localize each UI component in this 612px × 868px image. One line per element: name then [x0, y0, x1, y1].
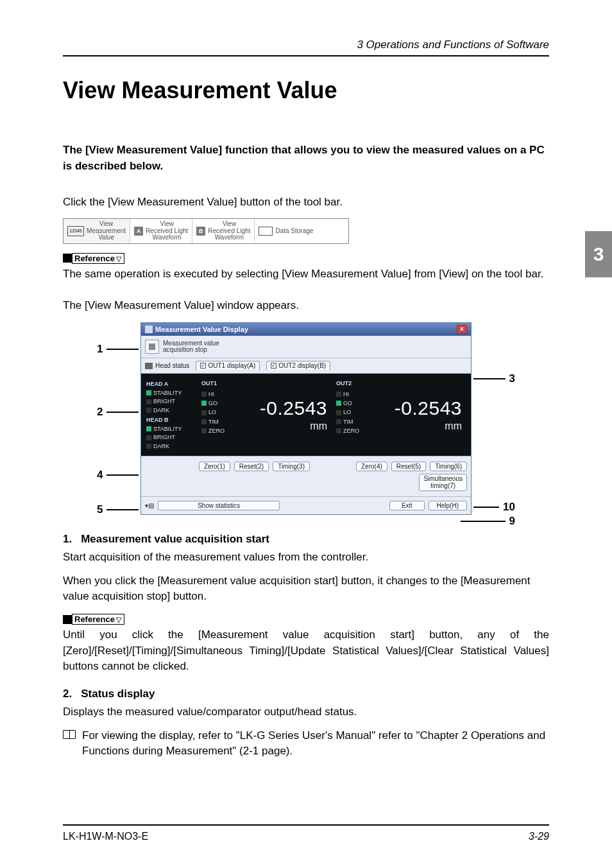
tabs-row: Head status ✓OUT1 display(A) ✓OUT2 displ…	[141, 358, 471, 374]
reference-2-paragraph: Until you click the [Measurement value a…	[63, 627, 549, 675]
out1-value: -0.2543 mm	[234, 379, 331, 451]
book-icon	[63, 730, 76, 739]
reference-tag: Reference▽	[63, 253, 549, 264]
head-status-column: HEAD A STABILITY BRIGHT DARK HEAD B STAB…	[146, 379, 196, 451]
window-icon	[145, 326, 153, 333]
checkbox-icon: ✓	[271, 363, 276, 369]
out1-tab[interactable]: ✓OUT1 display(A)	[196, 361, 260, 370]
toolbar-btn-waveform-a[interactable]: A View Received Light Waveform	[130, 219, 192, 243]
display-area: HEAD A STABILITY BRIGHT DARK HEAD B STAB…	[141, 374, 471, 456]
reference-paragraph: The same operation is executed by select…	[63, 266, 549, 282]
action-buttons-row: Zero(1) Reset(2) Timing(3) Zero(4) Reset…	[141, 456, 471, 497]
acquisition-toggle-button[interactable]	[145, 340, 159, 354]
callout-4: 4	[97, 469, 139, 482]
window-figure: 1 2 4 5 3 10 9 Measurement Value Display…	[101, 322, 511, 515]
checkbox-icon: ✓	[200, 363, 206, 369]
toolbar-label: View Measurement Value	[87, 221, 126, 241]
out2-indicators: OUT2 HI GO LO TIM ZERO	[336, 379, 364, 451]
callout-3: 3	[473, 372, 515, 385]
header-rule	[63, 55, 549, 56]
callout-9: 9	[461, 515, 515, 528]
page-footer: LK-H1W-M-NO3-E 3-29	[63, 824, 549, 842]
footer-page-number: 3-29	[529, 831, 549, 842]
stop-icon	[149, 343, 155, 350]
zero4-button[interactable]: Zero(4)	[356, 462, 387, 471]
callout-10: 10	[473, 501, 515, 514]
zero1-button[interactable]: Zero(1)	[199, 462, 230, 471]
out2-tab[interactable]: ✓OUT2 display(B)	[266, 361, 330, 370]
intro-paragraph: The [View Measurement Value] function th…	[63, 143, 549, 174]
footer-doc-id: LK-H1W-M-NO3-E	[63, 831, 148, 842]
section-2-p1: Displays the measured value/comparator o…	[63, 704, 549, 720]
reference-tag-2: Reference▽	[63, 614, 549, 625]
timing6-button[interactable]: Timing(6)	[430, 462, 467, 471]
reset2-button[interactable]: Reset(2)	[234, 462, 269, 471]
acquisition-label: Measurement valueacquisition stop	[163, 340, 219, 354]
running-header: 3 Operations and Functions of Software	[63, 39, 549, 51]
toolbar-btn-data-storage[interactable]: Data Storage	[255, 219, 317, 243]
toolbar-btn-waveform-b[interactable]: B View Received Light Waveform	[192, 219, 255, 243]
help-button[interactable]: Help(H)	[429, 501, 467, 510]
chapter-side-tab: 3	[585, 231, 612, 277]
toolbar-figure: 12345 View Measurement Value A View Rece…	[63, 218, 349, 244]
badge-a-icon: A	[134, 227, 143, 236]
measurement-window: Measurement Value Display × Measurement …	[140, 322, 472, 515]
section-1-p1: Start acquisition of the measurement val…	[63, 550, 549, 566]
head-status-tab[interactable]: Head status	[145, 362, 189, 369]
callout-5: 5	[97, 503, 139, 516]
callout-2: 2	[97, 406, 139, 419]
manual-reference-note: For viewing the display, refer to "LK-G …	[63, 728, 549, 759]
show-statistics-button[interactable]: Show statistics	[158, 501, 280, 510]
toolbar-btn-view-measurement[interactable]: 12345 View Measurement Value	[64, 219, 130, 243]
wave-icon	[259, 227, 273, 236]
bottom-row: ▾▤ Show statistics Exit Help(H)	[141, 497, 471, 514]
section-2-heading: 2.Status display	[63, 688, 549, 700]
page-title: View Measurement Value	[63, 77, 549, 104]
head-icon	[145, 363, 153, 369]
section-1-p2: When you click the [Measurement value ac…	[63, 573, 549, 605]
callout-1: 1	[97, 343, 139, 356]
toolbar-label: Data Storage	[275, 228, 313, 235]
out1-indicators: OUT1 HI GO LO TIM ZERO	[201, 379, 230, 451]
window-title: Measurement Value Display	[155, 326, 248, 333]
instruction-paragraph: Click the [View Measurement Value] butto…	[63, 195, 549, 211]
out2-value: -0.2543 mm	[368, 379, 466, 451]
window-appears-paragraph: The [View Measurement Value] window appe…	[63, 298, 549, 314]
toolbar-label: View Received Light Waveform	[146, 221, 188, 241]
toolbar-label: View Received Light Waveform	[208, 221, 250, 241]
acquisition-row: Measurement valueacquisition stop	[141, 336, 471, 358]
number-icon: 12345	[67, 226, 84, 236]
expand-icon[interactable]: ▾▤	[145, 502, 154, 509]
timing3-button[interactable]: Timing(3)	[273, 462, 310, 471]
badge-b-icon: B	[196, 227, 205, 236]
section-1-heading: 1.Measurement value acquisition start	[63, 533, 549, 546]
reset5-button[interactable]: Reset(5)	[391, 462, 426, 471]
close-icon[interactable]: ×	[457, 325, 467, 334]
window-titlebar: Measurement Value Display ×	[141, 323, 471, 336]
simultaneous-timing-button[interactable]: Simultaneoustiming(7)	[419, 474, 467, 491]
exit-button[interactable]: Exit	[389, 501, 425, 510]
